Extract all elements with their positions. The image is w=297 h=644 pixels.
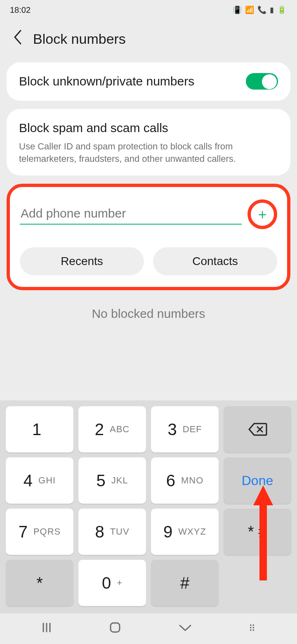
nav-keyboard-icon[interactable]: ⠿ xyxy=(249,623,256,634)
header: Block numbers xyxy=(0,20,297,62)
block-unknown-title: Block unknown/private numbers xyxy=(19,73,194,90)
battery-icon: 🔋 xyxy=(277,5,287,14)
contacts-button[interactable]: Contacts xyxy=(153,247,277,275)
key-hash[interactable]: # xyxy=(151,560,219,606)
block-unknown-toggle[interactable] xyxy=(246,73,278,90)
square-icon xyxy=(109,621,121,634)
empty-message: No blocked numbers xyxy=(0,307,297,321)
key-1[interactable]: 1 xyxy=(6,406,73,452)
key-5[interactable]: 5JKL xyxy=(78,457,146,504)
status-time: 18:02 xyxy=(10,5,31,15)
status-bar: 18:02 📳 📶 📞 ▮ 🔋 xyxy=(0,0,297,20)
backspace-icon xyxy=(248,419,267,439)
key-4[interactable]: 4GHI xyxy=(6,457,73,504)
back-button[interactable] xyxy=(8,29,22,49)
recents-button[interactable]: Recents xyxy=(20,247,144,275)
add-section-highlight: ＋ Recents Contacts xyxy=(7,184,290,290)
signal-icon: ▮ xyxy=(270,5,275,14)
chevron-left-icon xyxy=(12,29,22,45)
add-button[interactable]: ＋ xyxy=(248,199,277,229)
nav-back-icon[interactable] xyxy=(178,622,192,636)
svg-rect-0 xyxy=(111,623,120,632)
wifi-icon: 📶 xyxy=(245,5,255,14)
block-spam-title: Block spam and scam calls xyxy=(19,120,217,137)
block-spam-card[interactable]: Block spam and scam calls Use Caller ID … xyxy=(7,109,290,176)
dial-keypad: 1 2ABC 3DEF 4GHI 5JKL 6MNO Done 7PQRS 8T… xyxy=(0,400,297,613)
star-hash-icon: * # xyxy=(248,523,267,541)
nav-recents-icon[interactable] xyxy=(41,622,52,636)
key-done[interactable]: Done xyxy=(224,457,291,504)
page-title: Block numbers xyxy=(33,31,126,47)
plus-icon: ＋ xyxy=(255,205,269,224)
status-icons: 📳 📶 📞 ▮ 🔋 xyxy=(233,5,287,14)
key-6[interactable]: 6MNO xyxy=(151,457,219,504)
three-lines-icon xyxy=(41,622,52,633)
key-star[interactable]: * xyxy=(6,560,73,606)
key-8[interactable]: 8TUV xyxy=(78,509,146,555)
key-backspace[interactable] xyxy=(224,406,291,452)
key-7[interactable]: 7PQRS xyxy=(6,509,73,555)
key-2[interactable]: 2ABC xyxy=(78,406,146,452)
nav-home-icon[interactable] xyxy=(109,621,121,637)
key-9[interactable]: 9WXYZ xyxy=(151,509,219,555)
key-symbol[interactable]: * # xyxy=(224,509,291,555)
block-spam-desc: Use Caller ID and spam protection to blo… xyxy=(19,140,278,165)
key-3[interactable]: 3DEF xyxy=(151,406,219,452)
volte-icon: 📞 xyxy=(257,5,267,14)
vibrate-icon: 📳 xyxy=(233,5,243,14)
block-unknown-card[interactable]: Block unknown/private numbers xyxy=(7,62,290,101)
chevron-down-icon xyxy=(178,624,192,633)
key-0[interactable]: 0+ xyxy=(78,560,146,606)
nav-bar: ⠿ xyxy=(0,613,297,644)
phone-number-input[interactable] xyxy=(20,204,242,225)
